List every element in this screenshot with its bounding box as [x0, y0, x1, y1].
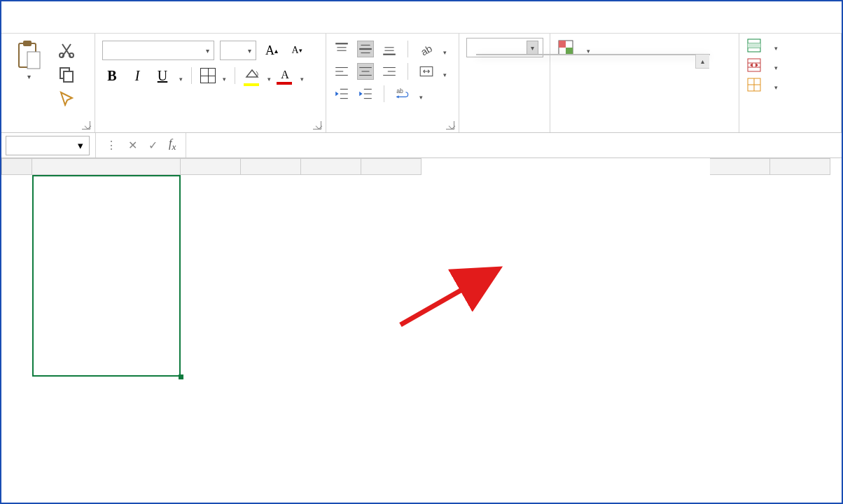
svg-rect-2 — [27, 52, 40, 69]
col-header-E[interactable] — [361, 158, 422, 175]
align-center-icon[interactable] — [357, 63, 374, 80]
svg-rect-6 — [64, 71, 73, 82]
svg-point-4 — [69, 53, 74, 57]
number-format-dropdown: ▴ — [476, 54, 710, 55]
increase-indent-icon[interactable] — [357, 85, 374, 102]
svg-point-3 — [60, 53, 64, 57]
decrease-indent-icon[interactable] — [333, 85, 350, 102]
col-header-J[interactable] — [710, 158, 770, 175]
accept-formula-icon[interactable]: ✓ — [148, 139, 158, 152]
insert-cells-button[interactable]: ▾ — [746, 38, 778, 53]
svg-text:ab: ab — [419, 43, 434, 57]
col-header-A[interactable] — [32, 158, 181, 175]
fill-color-button[interactable] — [244, 69, 260, 83]
decrease-font-icon[interactable]: A▾ — [287, 41, 307, 59]
fx-icon[interactable]: fx — [169, 137, 176, 153]
align-right-icon[interactable] — [381, 63, 398, 80]
selection-handle[interactable] — [179, 374, 183, 379]
formula-bar: ▾ ⋮ ✕ ✓ fx — [1, 133, 842, 158]
annotation-arrow — [393, 262, 513, 332]
clipboard-launcher[interactable] — [82, 121, 90, 130]
svg-line-47 — [400, 269, 499, 325]
format-cells-button[interactable]: ▾ — [746, 77, 778, 92]
underline-button[interactable]: U — [153, 68, 172, 84]
align-bottom-icon[interactable] — [381, 41, 398, 57]
expand-formula-icon[interactable]: ⋮ — [106, 139, 117, 152]
group-number: ▾ — [459, 34, 550, 132]
delete-cells-button[interactable]: ▾ — [746, 57, 778, 73]
col-header-C[interactable] — [241, 158, 301, 175]
cancel-formula-icon[interactable]: ✕ — [128, 139, 137, 152]
format-painter-icon[interactable] — [57, 90, 76, 106]
ribbon: ▾ ▾ ▾ A▴ A▾ B I U▾ ▾ — [1, 34, 842, 133]
wrap-text-icon[interactable]: ab — [394, 85, 411, 102]
copy-icon[interactable] — [57, 66, 76, 83]
col-header-K[interactable] — [770, 158, 830, 175]
borders-button[interactable] — [200, 68, 216, 83]
ribbon-tabs — [1, 1, 842, 34]
paste-button[interactable]: ▾ — [8, 39, 49, 80]
font-size-combo[interactable]: ▾ — [220, 41, 256, 60]
font-name-combo[interactable]: ▾ — [102, 41, 214, 60]
align-top-icon[interactable] — [333, 41, 350, 57]
svg-rect-40 — [748, 43, 760, 48]
svg-rect-35 — [559, 41, 566, 48]
group-alignment: ab▾ ▾ ab▾ — [326, 34, 459, 132]
col-header-D[interactable] — [301, 158, 361, 175]
cut-icon[interactable] — [57, 42, 76, 59]
alignment-launcher[interactable] — [446, 121, 454, 130]
col-header-B[interactable] — [181, 158, 241, 175]
svg-rect-1 — [23, 41, 32, 46]
align-middle-icon[interactable] — [357, 41, 374, 57]
group-font: ▾ ▾ A▴ A▾ B I U▾ ▾ ▾ A ▾ — [95, 34, 326, 132]
font-launcher[interactable] — [313, 121, 321, 130]
svg-rect-41 — [748, 59, 760, 71]
select-all-corner[interactable] — [1, 158, 32, 175]
svg-text:ab: ab — [396, 88, 403, 94]
font-color-button[interactable]: A — [277, 69, 293, 83]
italic-button[interactable]: I — [127, 68, 147, 84]
worksheet-grid[interactable] — [1, 158, 842, 175]
group-clipboard: ▾ — [1, 34, 95, 132]
group-styles: ▾ — [550, 34, 739, 132]
align-left-icon[interactable] — [333, 63, 350, 80]
increase-font-icon[interactable]: A▴ — [262, 41, 281, 59]
clipboard-icon — [16, 39, 41, 70]
bold-button[interactable]: B — [102, 68, 122, 84]
selection-border — [32, 175, 181, 377]
orientation-icon[interactable]: ab — [418, 41, 435, 57]
merge-center-icon[interactable] — [418, 63, 435, 80]
group-cells: ▾ ▾ ▾ — [739, 34, 842, 132]
name-box[interactable]: ▾ — [6, 136, 90, 155]
scroll-up-icon[interactable]: ▴ — [695, 55, 709, 69]
